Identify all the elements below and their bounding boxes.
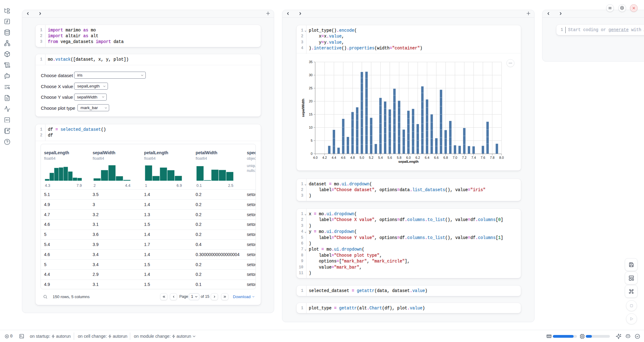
svg-text:25: 25 bbox=[309, 86, 313, 90]
svg-text:10: 10 bbox=[309, 125, 313, 129]
svg-text:4.0: 4.0 bbox=[313, 156, 317, 159]
svg-text:5.4: 5.4 bbox=[378, 156, 383, 159]
svg-text:4.2: 4.2 bbox=[322, 156, 327, 159]
svg-text:8.0: 8.0 bbox=[499, 156, 504, 159]
svg-text:7.6: 7.6 bbox=[481, 156, 485, 159]
svg-text:6.6: 6.6 bbox=[434, 156, 438, 159]
svg-text:6.0: 6.0 bbox=[406, 156, 411, 159]
svg-text:sepalLength: sepalLength bbox=[398, 160, 419, 163]
svg-text:4.8: 4.8 bbox=[350, 156, 355, 159]
svg-text:6.4: 6.4 bbox=[425, 156, 429, 159]
svg-text:7.2: 7.2 bbox=[462, 156, 467, 159]
svg-text:sepalWidth: sepalWidth bbox=[301, 98, 305, 117]
svg-text:20: 20 bbox=[309, 99, 313, 103]
svg-text:0: 0 bbox=[311, 151, 313, 155]
svg-text:5.8: 5.8 bbox=[397, 156, 401, 159]
svg-text:7.4: 7.4 bbox=[471, 156, 476, 159]
svg-text:30: 30 bbox=[309, 73, 313, 77]
svg-text:4.6: 4.6 bbox=[341, 156, 345, 159]
svg-text:35: 35 bbox=[309, 60, 313, 64]
svg-text:5.6: 5.6 bbox=[387, 156, 392, 159]
svg-text:7.8: 7.8 bbox=[490, 156, 494, 159]
svg-text:7.0: 7.0 bbox=[453, 156, 457, 159]
svg-text:5.2: 5.2 bbox=[369, 156, 373, 159]
svg-text:15: 15 bbox=[309, 112, 313, 116]
svg-text:6.8: 6.8 bbox=[443, 156, 448, 159]
svg-text:4.4: 4.4 bbox=[331, 156, 336, 159]
svg-text:5: 5 bbox=[311, 138, 313, 142]
svg-text:5.0: 5.0 bbox=[360, 156, 364, 159]
svg-text:6.2: 6.2 bbox=[415, 156, 420, 159]
